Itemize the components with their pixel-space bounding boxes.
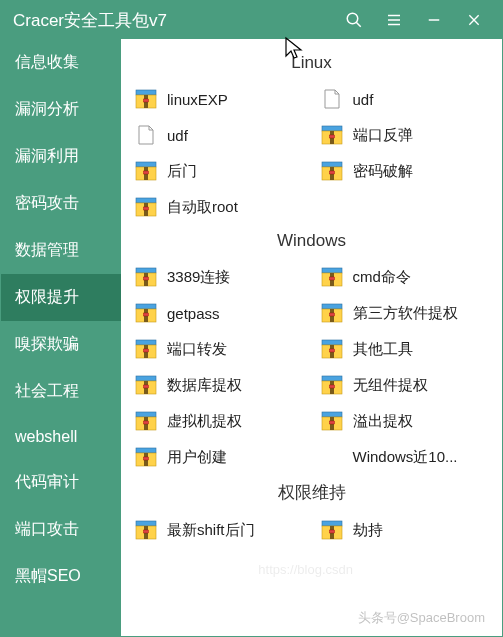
none-icon [321, 447, 343, 467]
svg-rect-51 [329, 349, 334, 352]
sidebar-item-2[interactable]: 漏洞利用 [1, 133, 121, 180]
archive-icon [321, 375, 343, 395]
list-item[interactable]: getpass [131, 295, 307, 331]
archive-icon [135, 411, 157, 431]
list-item[interactable]: 溢出提权 [317, 403, 493, 439]
sidebar-item-7[interactable]: 社会工程 [1, 368, 121, 415]
list-item[interactable]: Windows近10... [317, 439, 493, 475]
svg-rect-48 [322, 340, 342, 345]
svg-rect-75 [144, 530, 149, 533]
svg-rect-15 [329, 135, 334, 138]
archive-icon [135, 303, 157, 323]
archive-icon [321, 125, 343, 145]
list-item-label: 虚拟机提权 [167, 412, 242, 431]
list-item-label: cmd命令 [353, 268, 411, 287]
list-item[interactable]: 数据库提权 [131, 367, 307, 403]
list-item-label: 密码破解 [353, 162, 413, 181]
svg-rect-79 [329, 530, 334, 533]
svg-rect-59 [329, 385, 334, 388]
list-item[interactable]: 最新shift后门 [131, 512, 307, 548]
list-item[interactable]: 用户创建 [131, 439, 307, 475]
svg-rect-55 [144, 385, 149, 388]
list-item[interactable]: 劫持 [317, 512, 493, 548]
sidebar-item-1[interactable]: 漏洞分析 [1, 86, 121, 133]
sidebar-item-0[interactable]: 信息收集 [1, 39, 121, 86]
svg-rect-67 [329, 421, 334, 424]
section-title: 权限维持 [131, 475, 492, 512]
list-item[interactable]: linuxEXP [131, 81, 307, 117]
list-item-label: linuxEXP [167, 91, 228, 108]
list-item[interactable]: 其他工具 [317, 331, 493, 367]
list-item[interactable]: udf [131, 117, 307, 153]
list-item[interactable]: udf [317, 81, 493, 117]
svg-rect-68 [136, 448, 156, 453]
svg-rect-52 [136, 376, 156, 381]
list-item-label: 端口转发 [167, 340, 227, 359]
svg-rect-60 [136, 412, 156, 417]
titlebar: Cracer安全工具包v7 [1, 1, 502, 39]
section-title: Linux [131, 47, 492, 81]
watermark-text: https://blog.csdn [258, 562, 353, 577]
archive-icon [135, 267, 157, 287]
sidebar-item-11[interactable]: 黑帽SEO [1, 553, 121, 600]
minimize-icon[interactable] [414, 1, 454, 39]
section-grid: linuxEXPudfudf端口反弹后门密码破解自动取root [131, 81, 492, 225]
list-item-label: 数据库提权 [167, 376, 242, 395]
svg-line-1 [356, 22, 361, 27]
archive-icon [135, 161, 157, 181]
svg-rect-36 [136, 304, 156, 309]
list-item-label: 第三方软件提权 [353, 304, 458, 323]
svg-point-0 [347, 13, 358, 24]
sidebar-item-4[interactable]: 数据管理 [1, 227, 121, 274]
sidebar-item-3[interactable]: 密码攻击 [1, 180, 121, 227]
list-item-label: 劫持 [353, 521, 383, 540]
sidebar-item-6[interactable]: 嗅探欺骗 [1, 321, 121, 368]
list-item[interactable]: 3389连接 [131, 259, 307, 295]
archive-icon [321, 411, 343, 431]
svg-rect-32 [322, 268, 342, 273]
sidebar-item-8[interactable]: webshell [1, 415, 121, 459]
list-item[interactable]: 端口转发 [131, 331, 307, 367]
list-item-label: 用户创建 [167, 448, 227, 467]
watermark-text: 头条号@SpaceBroom [358, 609, 485, 627]
svg-rect-11 [144, 99, 149, 102]
list-item[interactable]: 无组件提权 [317, 367, 493, 403]
list-item-label: getpass [167, 305, 220, 322]
archive-icon [321, 267, 343, 287]
sidebar-item-10[interactable]: 端口攻击 [1, 506, 121, 553]
sidebar: 信息收集漏洞分析漏洞利用密码攻击数据管理权限提升嗅探欺骗社会工程webshell… [1, 39, 121, 636]
doc-icon [135, 125, 157, 145]
body: 信息收集漏洞分析漏洞利用密码攻击数据管理权限提升嗅探欺骗社会工程webshell… [1, 39, 502, 636]
content-pane: LinuxlinuxEXPudfudf端口反弹后门密码破解自动取rootWind… [121, 39, 502, 636]
sidebar-item-9[interactable]: 代码审计 [1, 459, 121, 506]
list-item[interactable]: 后门 [131, 153, 307, 189]
list-item-label: 端口反弹 [353, 126, 413, 145]
svg-rect-19 [144, 171, 149, 174]
svg-rect-27 [144, 207, 149, 210]
archive-icon [135, 197, 157, 217]
list-item[interactable]: 自动取root [131, 189, 307, 225]
archive-icon [321, 303, 343, 323]
menu-icon[interactable] [374, 1, 414, 39]
list-item-label: 最新shift后门 [167, 521, 255, 540]
svg-rect-35 [329, 277, 334, 280]
list-item-label: 其他工具 [353, 340, 413, 359]
archive-icon [321, 161, 343, 181]
list-item-label: 自动取root [167, 198, 238, 217]
list-item-label: Windows近10... [353, 448, 458, 467]
list-item[interactable]: 虚拟机提权 [131, 403, 307, 439]
list-item[interactable]: 端口反弹 [317, 117, 493, 153]
svg-rect-72 [136, 521, 156, 526]
archive-icon [135, 339, 157, 359]
sidebar-item-5[interactable]: 权限提升 [1, 274, 121, 321]
list-item[interactable]: 密码破解 [317, 153, 493, 189]
svg-rect-20 [322, 162, 342, 167]
search-icon[interactable] [334, 1, 374, 39]
archive-icon [135, 520, 157, 540]
list-item[interactable]: 第三方软件提权 [317, 295, 493, 331]
list-item[interactable]: cmd命令 [317, 259, 493, 295]
app-window: Cracer安全工具包v7 信息收集漏洞分析漏洞利用密码攻击数据管理权限提升嗅探… [0, 0, 503, 637]
svg-rect-23 [329, 171, 334, 174]
svg-rect-44 [136, 340, 156, 345]
close-icon[interactable] [454, 1, 494, 39]
